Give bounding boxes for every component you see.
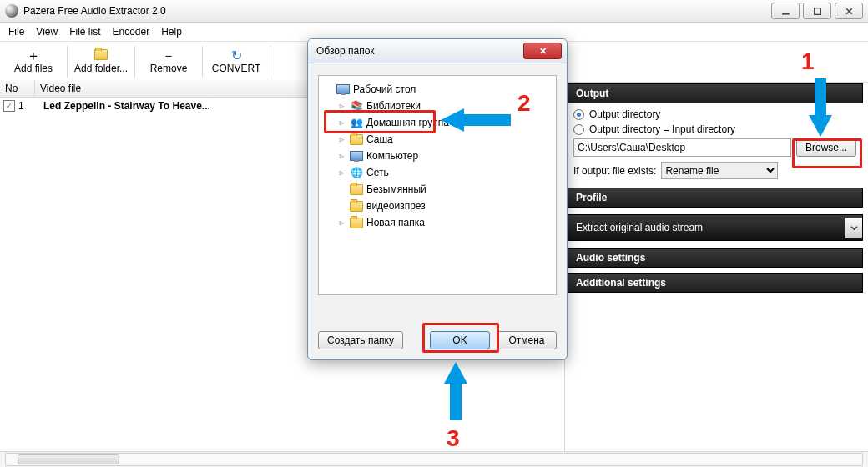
menu-help[interactable]: Help bbox=[161, 26, 182, 38]
tree-node[interactable]: ▷👥Домашняя группа bbox=[322, 114, 553, 131]
menu-encoder[interactable]: Encoder bbox=[112, 26, 149, 38]
menu-file[interactable]: File bbox=[8, 26, 24, 38]
tree-node[interactable]: ▷🌐Сеть bbox=[322, 164, 553, 181]
window-title: Pazera Free Audio Extractor 2.0 bbox=[23, 5, 768, 17]
net-icon: 🌐 bbox=[350, 167, 363, 178]
expand-icon[interactable]: ▷ bbox=[337, 118, 346, 127]
menu-view[interactable]: View bbox=[36, 26, 58, 38]
create-folder-button[interactable]: Создать папку bbox=[318, 331, 403, 349]
dialog-title: Обзор папок bbox=[313, 45, 523, 57]
output-section: Output directory Output directory = Inpu… bbox=[567, 103, 863, 188]
add-folder-label: Add folder... bbox=[74, 63, 128, 74]
convert-label: CONVERT bbox=[212, 63, 260, 74]
settings-panel: Output Output directory Output directory… bbox=[565, 80, 868, 452]
expand-icon[interactable]: ▷ bbox=[337, 218, 346, 227]
ok-button[interactable]: OK bbox=[430, 331, 490, 349]
tree-node[interactable]: ▷📚Библиотеки bbox=[322, 98, 553, 114]
folder-icon bbox=[350, 133, 363, 145]
radio-output-equals-input[interactable]: Output directory = Input directory bbox=[573, 123, 856, 135]
add-folder-button[interactable]: Add folder... bbox=[68, 42, 134, 82]
svg-rect-1 bbox=[814, 8, 820, 14]
tree-node-label: видеоизпрез bbox=[366, 200, 426, 212]
expand-icon[interactable]: ▷ bbox=[337, 135, 346, 143]
radio-output-dir[interactable]: Output directory bbox=[573, 108, 856, 120]
tree-node[interactable]: ▷Новая папка bbox=[322, 214, 553, 231]
tree-node-label: Новая папка bbox=[366, 217, 425, 228]
remove-label: Remove bbox=[150, 63, 188, 74]
tree-node-label: Безымянный bbox=[366, 183, 426, 195]
radio-dot-icon bbox=[573, 124, 584, 135]
tree-node-label: Сеть bbox=[366, 167, 389, 178]
chevron-down-icon bbox=[845, 218, 862, 238]
tree-node[interactable]: Безымянный bbox=[322, 181, 553, 198]
output-path-input[interactable] bbox=[573, 138, 791, 157]
radio-dot-icon bbox=[573, 109, 584, 120]
folder-icon bbox=[350, 217, 363, 228]
cancel-button[interactable]: Отмена bbox=[497, 331, 557, 349]
toolbar-separator bbox=[270, 46, 270, 78]
radio-output-dir-label: Output directory bbox=[589, 108, 660, 120]
tree-node[interactable]: ▷Саша bbox=[322, 131, 553, 148]
minus-icon: － bbox=[162, 49, 175, 63]
grp-icon: 👥 bbox=[350, 117, 363, 128]
tree-node-label: Саша bbox=[366, 133, 393, 145]
profile-select[interactable]: Extract original audio stream bbox=[567, 214, 863, 241]
monitor-icon bbox=[336, 83, 350, 95]
folder-icon bbox=[350, 200, 363, 212]
tree-node-label: Библиотеки bbox=[366, 100, 421, 112]
output-section-title: Output bbox=[567, 83, 863, 103]
additional-settings-title[interactable]: Additional settings bbox=[567, 273, 863, 293]
minimize-button[interactable] bbox=[771, 3, 800, 19]
row-no: 1 bbox=[18, 100, 24, 112]
expand-icon[interactable]: ▷ bbox=[337, 152, 346, 160]
tree-node-label: Компьютер bbox=[366, 150, 418, 162]
row-checkbox[interactable]: ✓ bbox=[3, 100, 15, 112]
folder-icon bbox=[94, 49, 108, 63]
maximize-button[interactable] bbox=[803, 3, 831, 19]
browse-folder-dialog: Обзор папок ✕ Рабочий стол▷📚Библиотеки▷👥… bbox=[307, 38, 568, 360]
exists-select[interactable]: Rename file bbox=[661, 162, 778, 179]
add-files-button[interactable]: ＋ Add files bbox=[0, 42, 67, 82]
menu-filelist[interactable]: File list bbox=[69, 26, 100, 38]
dialog-close-button[interactable]: ✕ bbox=[523, 43, 562, 59]
remove-button[interactable]: － Remove bbox=[135, 42, 202, 82]
audio-settings-title[interactable]: Audio settings bbox=[567, 248, 863, 268]
folder-tree[interactable]: Рабочий стол▷📚Библиотеки▷👥Домашняя групп… bbox=[318, 75, 557, 295]
profile-section-title: Profile bbox=[567, 188, 863, 208]
tree-node[interactable]: видеоизпрез bbox=[322, 198, 553, 214]
plus-icon: ＋ bbox=[27, 49, 40, 63]
expand-icon[interactable]: ▷ bbox=[337, 102, 346, 110]
lib-icon: 📚 bbox=[350, 100, 363, 112]
folder-icon bbox=[350, 183, 363, 195]
exists-label: If output file exists: bbox=[573, 165, 656, 177]
horizontal-scrollbar[interactable] bbox=[5, 453, 863, 466]
radio-output-equals-input-label: Output directory = Input directory bbox=[589, 123, 735, 135]
monitor-icon bbox=[350, 150, 363, 162]
app-icon bbox=[5, 4, 18, 18]
close-button[interactable] bbox=[835, 3, 863, 19]
tree-node[interactable]: Рабочий стол bbox=[322, 81, 553, 98]
col-no[interactable]: No bbox=[0, 80, 35, 97]
profile-value: Extract original audio stream bbox=[568, 222, 845, 234]
expand-icon[interactable]: ▷ bbox=[337, 168, 346, 177]
browse-button[interactable]: Browse... bbox=[796, 138, 856, 157]
titlebar: Pazera Free Audio Extractor 2.0 bbox=[0, 0, 868, 23]
refresh-icon: ↻ bbox=[231, 49, 242, 63]
statusbar bbox=[0, 451, 868, 467]
tree-node[interactable]: ▷Компьютер bbox=[322, 148, 553, 164]
convert-button[interactable]: ↻ CONVERT bbox=[203, 42, 270, 82]
add-files-label: Add files bbox=[14, 63, 53, 74]
tree-node-label: Рабочий стол bbox=[353, 83, 416, 95]
tree-node-label: Домашняя группа bbox=[366, 117, 449, 128]
dialog-titlebar: Обзор папок ✕ bbox=[308, 39, 567, 63]
